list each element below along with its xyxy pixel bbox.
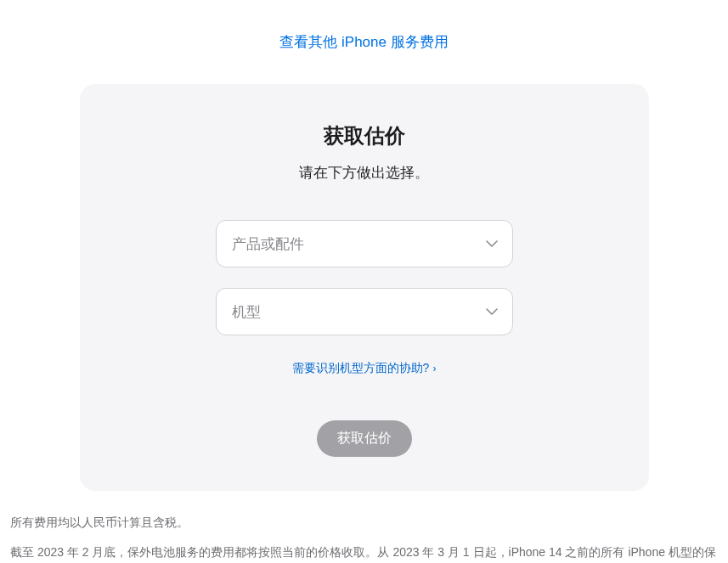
estimate-card: 获取估价 请在下方做出选择。 产品或配件 机型 需要识别机型方面的协助? › 获… bbox=[80, 84, 649, 491]
chevron-right-icon: › bbox=[432, 363, 436, 374]
footer-line-2: 截至 2023 年 2 月底，保外电池服务的费用都将按照当前的价格收取。从 20… bbox=[10, 539, 718, 563]
footer-line-1: 所有费用均以人民币计算且含税。 bbox=[10, 510, 718, 536]
model-select[interactable]: 机型 bbox=[216, 288, 513, 335]
product-select-wrap: 产品或配件 bbox=[216, 220, 513, 267]
get-estimate-button[interactable]: 获取估价 bbox=[317, 420, 412, 457]
view-other-services-link[interactable]: 查看其他 iPhone 服务费用 bbox=[0, 32, 728, 52]
identify-model-help-link[interactable]: 需要识别机型方面的协助? › bbox=[292, 361, 437, 376]
card-title: 获取估价 bbox=[114, 122, 615, 149]
footer-line-2-text: 截至 2023 年 2 月底，保外电池服务的费用都将按照当前的价格收取。从 20… bbox=[10, 545, 716, 563]
model-select-wrap: 机型 bbox=[216, 288, 513, 335]
help-link-text: 需要识别机型方面的协助? bbox=[292, 361, 430, 376]
product-select[interactable]: 产品或配件 bbox=[216, 220, 513, 267]
card-subtitle: 请在下方做出选择。 bbox=[114, 163, 615, 183]
footer-notes: 所有费用均以人民币计算且含税。 截至 2023 年 2 月底，保外电池服务的费用… bbox=[10, 510, 718, 563]
